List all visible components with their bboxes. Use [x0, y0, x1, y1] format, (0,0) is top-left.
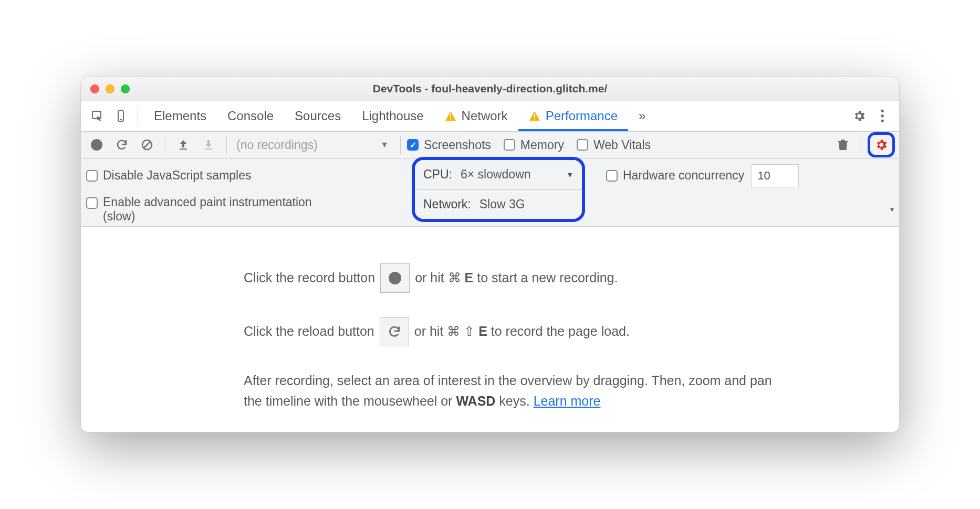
settings-gear-icon[interactable] [848, 104, 871, 128]
close-window-button[interactable] [90, 84, 99, 93]
tab-network[interactable]: Network [434, 101, 518, 131]
svg-rect-6 [534, 119, 535, 120]
reload-button-inline[interactable] [380, 317, 409, 346]
network-throttle-select[interactable]: Network: Slow 3G [415, 189, 582, 219]
hardware-concurrency-input[interactable] [752, 164, 799, 187]
svg-rect-3 [450, 114, 451, 118]
learn-more-link[interactable]: Learn more [534, 394, 601, 408]
minimize-window-button[interactable] [106, 84, 114, 93]
tab-overflow[interactable]: » [628, 101, 656, 131]
titlebar: DevTools - foul-heavenly-direction.glitc… [81, 77, 899, 101]
zoom-window-button[interactable] [121, 84, 130, 93]
checkbox-icon [86, 197, 98, 209]
checkbox-icon [407, 139, 419, 151]
checkbox-icon [86, 170, 98, 182]
memory-checkbox[interactable]: Memory [504, 138, 564, 152]
separator [138, 106, 138, 126]
recordings-dropdown[interactable]: (no recordings) ▼ [236, 138, 394, 152]
record-button[interactable] [85, 133, 108, 156]
svg-point-8 [881, 115, 883, 118]
warning-icon [529, 111, 540, 121]
record-button-inline[interactable] [380, 263, 410, 293]
hardware-concurrency-checkbox[interactable]: Hardware concurrency [606, 168, 744, 183]
disable-js-samples-checkbox[interactable]: Disable JavaScript samples [86, 168, 252, 183]
help-paragraph: After recording, select an area of inter… [244, 370, 778, 411]
window-title: DevTools - foul-heavenly-direction.glitc… [81, 82, 899, 95]
chevron-down-icon: ▼ [380, 140, 394, 150]
checkbox-icon [504, 139, 515, 151]
devtools-tabbar: Elements Console Sources Lighthouse Netw… [81, 101, 899, 132]
capture-settings-gear-icon[interactable] [872, 136, 890, 154]
capture-settings-panel: Disable JavaScript samples CPU: 6× slowd… [81, 159, 899, 227]
screenshots-checkbox[interactable]: Screenshots [407, 138, 491, 152]
device-toolbar-icon[interactable] [109, 104, 132, 128]
svg-rect-12 [180, 149, 187, 150]
tab-sources[interactable]: Sources [284, 101, 351, 131]
inspect-element-icon[interactable] [86, 104, 109, 128]
checkbox-icon [577, 139, 588, 151]
traffic-lights [81, 84, 130, 93]
capture-settings-highlight [868, 132, 895, 157]
svg-rect-5 [534, 114, 535, 118]
separator [861, 136, 861, 154]
reload-record-button[interactable] [110, 133, 133, 156]
kebab-menu-icon[interactable] [871, 104, 894, 128]
performance-toolbar: (no recordings) ▼ Screenshots Memory Web… [81, 132, 899, 159]
chevron-down-icon: ▼ [566, 171, 574, 179]
help-line-reload: Click the reload button or hit ⌘ ⇧ E to … [244, 317, 778, 346]
svg-line-11 [143, 141, 151, 149]
trash-icon[interactable] [831, 133, 854, 156]
svg-point-9 [881, 120, 883, 122]
save-profile-icon[interactable] [197, 133, 220, 156]
warning-icon [445, 111, 456, 121]
svg-rect-15 [838, 141, 848, 142]
devtools-window: DevTools - foul-heavenly-direction.glitc… [80, 77, 900, 433]
svg-rect-4 [450, 119, 451, 120]
empty-state-help: Click the record button or hit ⌘ E to st… [81, 227, 899, 432]
tab-lighthouse[interactable]: Lighthouse [351, 101, 434, 131]
svg-point-7 [881, 110, 883, 112]
svg-rect-14 [841, 140, 845, 141]
checkbox-icon [606, 170, 618, 182]
tab-performance[interactable]: Performance [518, 101, 628, 131]
svg-rect-13 [205, 149, 212, 150]
tab-console[interactable]: Console [217, 101, 284, 131]
webvitals-checkbox[interactable]: Web Vitals [577, 138, 651, 152]
chevron-down-icon: ▾ [890, 205, 894, 214]
help-line-record: Click the record button or hit ⌘ E to st… [244, 263, 778, 293]
cpu-throttle-select[interactable]: CPU: 6× slowdown ▼ [415, 160, 582, 189]
tab-elements[interactable]: Elements [143, 101, 217, 131]
separator [400, 136, 401, 154]
advanced-paint-checkbox[interactable]: Enable advanced paint instrumentation (s… [86, 195, 345, 224]
separator [226, 136, 227, 154]
throttling-highlight: CPU: 6× slowdown ▼ Network: Slow 3G [412, 157, 585, 222]
load-profile-icon[interactable] [172, 133, 195, 156]
separator [165, 136, 165, 154]
clear-icon[interactable] [135, 133, 159, 156]
